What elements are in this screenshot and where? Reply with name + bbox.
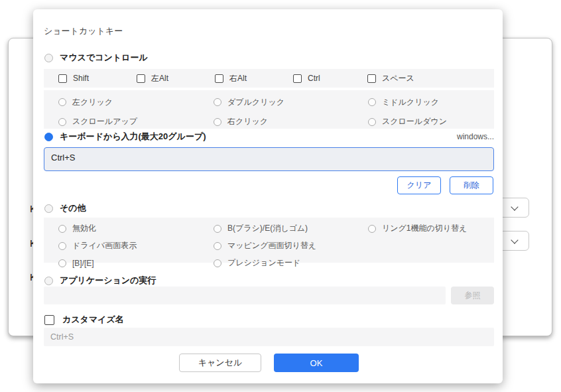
radio-brush-eraser[interactable] <box>214 225 221 233</box>
delete-button[interactable]: 削除 <box>450 176 493 194</box>
modifier-right-alt[interactable]: 右Alt <box>215 73 293 84</box>
checkbox-label: 右Alt <box>229 73 247 84</box>
checkbox-label: スペース <box>382 73 414 84</box>
mouse-action-left-click[interactable]: 左クリック <box>58 96 214 109</box>
option-label: 左クリック <box>72 97 113 108</box>
browse-button[interactable]: 参照 <box>451 287 494 304</box>
shortcut-key-input[interactable]: Ctrl+S <box>44 147 494 171</box>
option-label: ダブルクリック <box>227 97 284 108</box>
radio-disable[interactable] <box>58 225 66 233</box>
radio-double-click[interactable] <box>214 98 221 106</box>
option-label: スクロールアップ <box>72 116 137 127</box>
checkbox-label: Shift <box>73 74 89 83</box>
radio-mapping-toggle[interactable] <box>214 242 221 250</box>
other-options-grid: 無効化 B(ブラシ)/E(消しゴム) リング1機能の切り替え ドライバ画面表示 … <box>44 218 494 263</box>
radio-right-click[interactable] <box>214 118 221 126</box>
modifier-ctrl[interactable]: Ctrl <box>293 74 367 83</box>
radio-left-click[interactable] <box>58 98 66 106</box>
modifier-shift[interactable]: Shift <box>58 74 137 83</box>
checkbox-label: Ctrl <box>308 74 320 83</box>
other-option-precision-mode[interactable]: プレシジョンモード <box>214 257 368 269</box>
other-option-driver-panel[interactable]: ドライバ画面表示 <box>58 240 214 251</box>
radio-scroll-down[interactable] <box>368 118 376 126</box>
keyboard-input-label: キーボードから入力(最大20グループ) <box>60 131 206 143</box>
ok-button[interactable]: OK <box>274 354 359 372</box>
option-label: マッピング画面切り替え <box>227 240 316 251</box>
option-label: プレシジョンモード <box>227 257 300 269</box>
dialog-title: ショートカットキー <box>44 25 123 37</box>
mouse-action-scroll-up[interactable]: スクロールアップ <box>58 115 214 129</box>
custom-name-label: カスタマイズ名 <box>62 314 124 326</box>
option-label: [B]/[E] <box>72 259 94 268</box>
run-app-label: アプリケーションの実行 <box>60 275 156 287</box>
chevron-down-icon <box>511 203 518 210</box>
radio-ring1-toggle[interactable] <box>368 225 376 233</box>
checkbox-shift[interactable] <box>58 74 67 83</box>
radio-middle-click[interactable] <box>368 98 376 106</box>
other-label: その他 <box>60 202 86 214</box>
other-option-brush-eraser[interactable]: B(ブラシ)/E(消しゴム) <box>214 223 368 234</box>
mouse-control-section-header: マウスでコントロール <box>44 52 148 64</box>
radio-mouse-control[interactable] <box>44 54 53 62</box>
mouse-action-right-click[interactable]: 右クリック <box>214 115 368 129</box>
modifier-left-alt[interactable]: 左Alt <box>137 73 215 84</box>
option-label: 無効化 <box>72 223 96 234</box>
option-label: リング1機能の切り替え <box>382 223 467 234</box>
radio-keyboard-input[interactable] <box>44 133 53 141</box>
radio-driver-panel[interactable] <box>58 242 66 250</box>
other-option-disable[interactable]: 無効化 <box>58 223 214 234</box>
radio-other[interactable] <box>44 204 53 213</box>
option-label: スクロールダウン <box>382 116 447 127</box>
cancel-button[interactable]: キャンセル <box>179 354 261 372</box>
radio-scroll-up[interactable] <box>58 118 66 126</box>
option-label: 右クリック <box>227 116 268 127</box>
run-app-section-header: アプリケーションの実行 <box>44 275 156 287</box>
other-section-header: その他 <box>44 202 86 214</box>
os-hint-text: windows... <box>457 132 494 141</box>
radio-run-application[interactable] <box>44 277 53 285</box>
spacer <box>368 240 494 251</box>
modifier-keys-row: Shift 左Alt 右Alt Ctrl スペース <box>44 69 494 88</box>
radio-precision-mode[interactable] <box>214 259 221 267</box>
checkbox-label: 左Alt <box>151 73 168 84</box>
checkbox-left-alt[interactable] <box>137 74 145 83</box>
option-label: B(ブラシ)/E(消しゴム) <box>227 223 308 234</box>
modifier-space[interactable]: スペース <box>367 73 446 84</box>
keyboard-section-header: キーボードから入力(最大20グループ) windows... <box>44 131 494 143</box>
clear-button[interactable]: クリア <box>397 176 441 194</box>
option-label: ミドルクリック <box>382 97 439 108</box>
mouse-actions-grid: 左クリック ダブルクリック ミドルクリック スクロールアップ 右クリック スクロ… <box>44 90 494 129</box>
other-option-mapping-toggle[interactable]: マッピング画面切り替え <box>214 240 368 251</box>
checkbox-custom-name[interactable] <box>44 315 54 325</box>
mouse-action-middle-click[interactable]: ミドルクリック <box>368 96 494 109</box>
custom-name-section-header: カスタマイズ名 <box>44 314 124 326</box>
shortcut-key-dialog: ショートカットキー マウスでコントロール Shift 左Alt 右Alt Ctr… <box>33 9 503 383</box>
checkbox-space[interactable] <box>367 74 376 83</box>
custom-name-input[interactable]: Ctrl+S <box>44 328 494 346</box>
option-label: ドライバ画面表示 <box>72 240 137 251</box>
mouse-action-scroll-down[interactable]: スクロールダウン <box>368 115 494 129</box>
mouse-control-label: マウスでコントロール <box>60 52 148 64</box>
checkbox-ctrl[interactable] <box>293 74 302 83</box>
checkbox-right-alt[interactable] <box>215 74 223 83</box>
radio-b-e[interactable] <box>58 259 66 267</box>
other-option-b-e[interactable]: [B]/[E] <box>58 257 214 269</box>
mouse-action-double-click[interactable]: ダブルクリック <box>214 96 368 109</box>
chevron-down-icon <box>511 236 518 243</box>
application-path-input[interactable] <box>44 287 446 304</box>
other-option-ring1-toggle[interactable]: リング1機能の切り替え <box>368 223 494 234</box>
